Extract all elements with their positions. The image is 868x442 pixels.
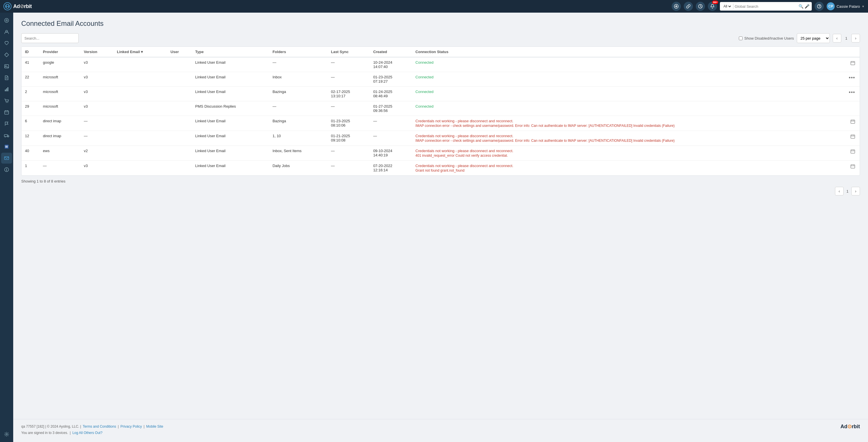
cell-status: Connected bbox=[412, 101, 860, 116]
cell-type: Linked User Email bbox=[192, 146, 269, 161]
notification-button[interactable]: 99+ bbox=[708, 2, 717, 11]
sidebar-item-settings[interactable] bbox=[1, 429, 12, 438]
cell-provider: — bbox=[40, 161, 81, 176]
svg-rect-18 bbox=[5, 90, 6, 91]
footer-logo-orbit: ⊙ bbox=[847, 423, 851, 430]
table-row: 1 — v3 Linked User Email Daily Jobs — 07… bbox=[22, 161, 860, 176]
history-button[interactable] bbox=[696, 2, 705, 11]
mobile-link[interactable]: Mobile Site bbox=[146, 424, 163, 429]
cell-provider: google bbox=[40, 57, 81, 72]
logo-icon bbox=[3, 2, 11, 10]
sidebar-item-favorites[interactable] bbox=[1, 38, 12, 49]
cell-id: 22 bbox=[22, 72, 40, 87]
log-out-link[interactable]: Log All Others Out? bbox=[72, 431, 102, 435]
sidebar-item-email[interactable] bbox=[1, 153, 12, 164]
cell-version: v3 bbox=[81, 161, 113, 176]
row-action-icon-button[interactable] bbox=[849, 164, 856, 170]
sidebar-item-files[interactable] bbox=[1, 72, 12, 83]
cell-version: v3 bbox=[81, 87, 113, 101]
cell-created: 10-24-202414:07:40 bbox=[370, 57, 412, 72]
table-search-input[interactable] bbox=[21, 33, 79, 43]
email-accounts-table: ID Provider Version Linked Email ▾ User … bbox=[22, 47, 860, 176]
user-menu[interactable]: CP Cassie Pataro ▼ bbox=[827, 2, 865, 10]
link-button[interactable] bbox=[684, 2, 693, 11]
per-page-select[interactable]: 25 per page 50 per page 100 per page bbox=[797, 33, 830, 43]
cell-user bbox=[167, 116, 192, 131]
svg-text:W: W bbox=[5, 145, 8, 148]
row-dots-menu-button[interactable]: ••• bbox=[848, 75, 856, 80]
footer-sep3: | bbox=[70, 431, 71, 435]
show-disabled-label[interactable]: Show Disabled/Inactive Users bbox=[739, 36, 794, 40]
cell-id: 29 bbox=[22, 101, 40, 116]
status-error-detail: IMAP connection error - check settings a… bbox=[415, 138, 847, 143]
bottom-pagination: ‹ 1 › bbox=[21, 187, 860, 195]
row-action-icon-button[interactable] bbox=[849, 119, 856, 126]
cell-id: 12 bbox=[22, 131, 40, 146]
cell-last-sync: 02-17-202513:10:17 bbox=[328, 87, 370, 101]
help-button[interactable]: ? bbox=[815, 2, 824, 11]
svg-point-13 bbox=[5, 54, 6, 54]
search-scope-select[interactable]: All bbox=[722, 4, 732, 9]
table-row: 2 microsoft v3 Linked User Email Bazinga… bbox=[22, 87, 860, 101]
table-body: 41 google v3 Linked User Email — — 10-24… bbox=[22, 57, 860, 176]
sidebar-item-reports[interactable] bbox=[1, 84, 12, 95]
table-row: 41 google v3 Linked User Email — — 10-24… bbox=[22, 57, 860, 72]
voice-search-button[interactable]: 🎤 bbox=[805, 4, 809, 9]
table-row: 12 direct imap — Linked User Email 1, 10… bbox=[22, 131, 860, 146]
sidebar-item-flags[interactable] bbox=[1, 118, 12, 129]
row-action-icon-button[interactable] bbox=[849, 134, 856, 140]
sidebar-item-info[interactable] bbox=[1, 164, 12, 175]
cell-created: — bbox=[370, 116, 412, 131]
cell-provider: microsoft bbox=[40, 101, 81, 116]
user-avatar: CP bbox=[827, 2, 835, 10]
sidebar: W bbox=[0, 12, 13, 438]
cell-type: Linked User Email bbox=[192, 116, 269, 131]
prev-page-button[interactable]: ‹ bbox=[833, 34, 841, 42]
bottom-next-page-button[interactable]: › bbox=[851, 187, 860, 195]
sidebar-item-delivery[interactable] bbox=[1, 130, 12, 140]
cell-version: v3 bbox=[81, 57, 113, 72]
svg-rect-23 bbox=[5, 111, 9, 114]
cell-linked-email bbox=[113, 72, 167, 87]
sidebar-item-contacts[interactable] bbox=[1, 26, 12, 37]
cell-created: 01-23-202507:19:27 bbox=[370, 72, 412, 87]
sidebar-item-dashboard[interactable] bbox=[1, 15, 12, 26]
svg-rect-28 bbox=[4, 135, 7, 137]
row-dots-menu-button[interactable]: ••• bbox=[848, 90, 856, 95]
row-action-icon-button[interactable] bbox=[849, 60, 856, 67]
global-search-input[interactable] bbox=[735, 4, 797, 9]
table-row: 29 microsoft v3 PMS Discussion Replies —… bbox=[22, 101, 860, 116]
sidebar-item-tags[interactable] bbox=[1, 50, 12, 60]
cell-type: Linked User Email bbox=[192, 161, 269, 176]
col-connection-status: Connection Status bbox=[412, 47, 860, 57]
cell-type: Linked User Email bbox=[192, 131, 269, 146]
logo-text: Ad⊘rbit bbox=[13, 3, 32, 9]
cell-status: Connected ••• bbox=[412, 87, 860, 101]
row-action-icon-button[interactable] bbox=[849, 149, 856, 156]
cell-linked-email bbox=[113, 57, 167, 72]
cell-provider: microsoft bbox=[40, 87, 81, 101]
sidebar-item-calendar[interactable] bbox=[1, 107, 12, 118]
cell-last-sync: — bbox=[328, 161, 370, 176]
footer-logo-area: Ad⊙rbit bbox=[840, 423, 860, 430]
svg-text:?: ? bbox=[818, 5, 820, 8]
sidebar-item-orders[interactable] bbox=[1, 95, 12, 106]
cell-provider: microsoft bbox=[40, 72, 81, 87]
cell-user bbox=[167, 72, 192, 87]
show-disabled-checkbox[interactable] bbox=[739, 36, 743, 40]
footer-row2: You are signed in to 3 devices. | Log Al… bbox=[21, 431, 860, 435]
sidebar-item-media[interactable] bbox=[1, 61, 12, 72]
add-button[interactable] bbox=[672, 2, 681, 11]
footer-sep2: | bbox=[144, 424, 144, 429]
privacy-link[interactable]: Privacy Policy bbox=[121, 424, 142, 429]
search-submit-button[interactable]: 🔍 bbox=[799, 4, 803, 9]
bottom-prev-page-button[interactable]: ‹ bbox=[835, 187, 844, 195]
footer-sep1: | bbox=[118, 424, 119, 429]
sidebar-item-word[interactable]: W bbox=[1, 141, 12, 152]
next-page-button[interactable]: › bbox=[851, 34, 860, 42]
cell-provider: direct imap bbox=[40, 131, 81, 146]
cell-version: — bbox=[81, 116, 113, 131]
app-logo[interactable]: Ad⊘rbit bbox=[3, 2, 32, 10]
col-linked-email[interactable]: Linked Email ▾ bbox=[113, 47, 167, 57]
terms-link[interactable]: Terms and Conditions bbox=[83, 424, 116, 429]
